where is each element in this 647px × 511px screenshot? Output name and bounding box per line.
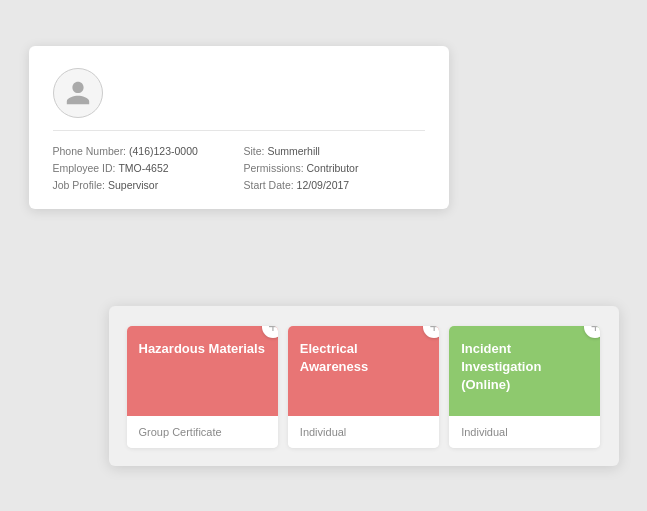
profile-field: Site: Summerhill [244, 145, 425, 157]
course-title: Incident Investigation (Online) [461, 340, 588, 395]
profile-details: Phone Number: (416)123-0000Site: Summerh… [53, 145, 425, 191]
course-type: Individual [461, 426, 588, 438]
course-card-bottom: Group Certificate [127, 416, 278, 448]
course-card-top: +Incident Investigation (Online) [449, 326, 600, 416]
profile-field: Phone Number: (416)123-0000 [53, 145, 234, 157]
profile-field: Permissions: Contributor [244, 162, 425, 174]
add-course-button[interactable]: + [262, 326, 278, 338]
course-type: Individual [300, 426, 427, 438]
course-card-top: +Electrical Awareness [288, 326, 439, 416]
avatar [53, 68, 103, 118]
course-card-top: +Hazardous Materials [127, 326, 278, 416]
add-course-button[interactable]: + [423, 326, 439, 338]
course-title: Hazardous Materials [139, 340, 266, 358]
profile-header [53, 68, 425, 131]
profile-field: Employee ID: TMO-4652 [53, 162, 234, 174]
course-card: +Hazardous MaterialsGroup Certificate [127, 326, 278, 448]
scene: Phone Number: (416)123-0000Site: Summerh… [29, 46, 619, 466]
course-card: +Electrical AwarenessIndividual [288, 326, 439, 448]
profile-field: Start Date: 12/09/2017 [244, 179, 425, 191]
course-cards-row: +Hazardous MaterialsGroup Certificate+El… [127, 326, 601, 448]
profile-card: Phone Number: (416)123-0000Site: Summerh… [29, 46, 449, 209]
courses-card: +Hazardous MaterialsGroup Certificate+El… [109, 306, 619, 466]
add-course-button[interactable]: + [584, 326, 600, 338]
profile-field: Job Profile: Supervisor [53, 179, 234, 191]
course-card-bottom: Individual [288, 416, 439, 448]
course-type: Group Certificate [139, 426, 266, 438]
course-card: +Incident Investigation (Online)Individu… [449, 326, 600, 448]
course-card-bottom: Individual [449, 416, 600, 448]
course-title: Electrical Awareness [300, 340, 427, 376]
